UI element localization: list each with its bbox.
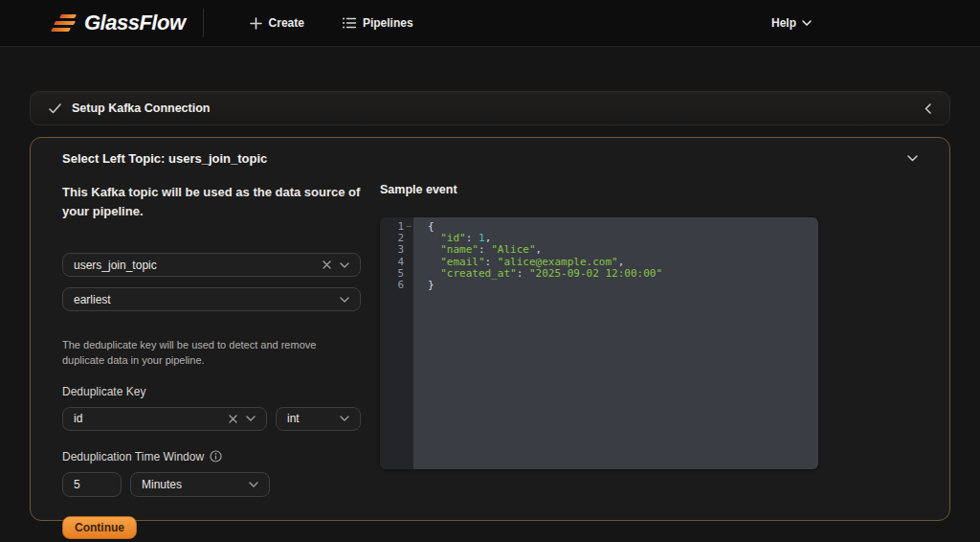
step-kafka-connection[interactable]: Setup Kafka Connection bbox=[30, 91, 950, 125]
chevron-down-icon[interactable] bbox=[246, 416, 256, 421]
main-nav: Create Pipelines bbox=[250, 16, 413, 30]
editor-line-number: 4 bbox=[380, 257, 413, 268]
nav-create-label: Create bbox=[269, 16, 304, 30]
dedup-type-select[interactable]: int bbox=[276, 407, 361, 431]
main-content: Setup Kafka Connection Select Left Topic… bbox=[0, 47, 980, 521]
header-divider bbox=[203, 9, 204, 37]
check-icon bbox=[49, 103, 61, 114]
fold-toggle-icon[interactable]: – bbox=[407, 220, 412, 232]
editor-code-line: "created_at": "2025-09-02 12:00:00" bbox=[428, 268, 818, 280]
chevron-down-icon[interactable] bbox=[340, 297, 349, 303]
clear-x-icon[interactable] bbox=[229, 415, 237, 423]
chevron-down-icon[interactable] bbox=[340, 416, 349, 421]
step-left-topic: Select Left Topic: users_join_topic This… bbox=[30, 137, 950, 521]
chevron-left-icon[interactable] bbox=[924, 103, 931, 114]
list-icon bbox=[343, 17, 356, 29]
nav-pipelines[interactable]: Pipelines bbox=[343, 16, 413, 30]
continue-button[interactable]: Continue bbox=[62, 516, 137, 539]
left-topic-body: This Kafka topic will be used as the dat… bbox=[62, 183, 918, 539]
chevron-down-icon[interactable] bbox=[249, 482, 258, 487]
dedup-key-select[interactable]: id bbox=[62, 407, 267, 431]
step-title: Select Left Topic: users_join_topic bbox=[62, 151, 267, 166]
dedup-key-label: Deduplicate Key bbox=[62, 385, 361, 398]
time-window-label: Deduplication Time Window bbox=[62, 450, 361, 463]
editor-line-number: 3 bbox=[380, 244, 413, 256]
brand[interactable]: GlassFlow bbox=[52, 11, 186, 35]
time-window-unit-select[interactable]: Minutes bbox=[130, 472, 270, 497]
chevron-down-icon[interactable] bbox=[907, 155, 918, 162]
dedup-key-row: id int bbox=[62, 407, 361, 431]
topic-description: This Kafka topic will be used as the dat… bbox=[62, 183, 361, 220]
dedup-key-value: id bbox=[74, 412, 82, 425]
plus-icon bbox=[250, 17, 262, 30]
clear-x-icon[interactable] bbox=[323, 260, 331, 269]
nav-pipelines-label: Pipelines bbox=[363, 16, 413, 30]
sample-event-editor[interactable]: 1–23456 { "id": 1, "name": "Alice", "ema… bbox=[380, 217, 818, 469]
time-window-input[interactable] bbox=[62, 472, 122, 497]
help-label: Help bbox=[771, 16, 796, 30]
form-column: This Kafka topic will be used as the dat… bbox=[62, 183, 361, 539]
offset-select-value: earliest bbox=[74, 293, 111, 306]
chevron-down-icon[interactable] bbox=[340, 262, 349, 268]
step-title: Setup Kafka Connection bbox=[72, 102, 914, 115]
chevron-down-icon bbox=[802, 20, 812, 26]
topic-select-value: users_join_topic bbox=[74, 259, 157, 272]
editor-lines[interactable]: { "id": 1, "name": "Alice", "email": "al… bbox=[413, 217, 818, 469]
nav-create[interactable]: Create bbox=[250, 16, 304, 30]
sample-event-label: Sample event bbox=[380, 183, 818, 196]
left-topic-header[interactable]: Select Left Topic: users_join_topic bbox=[62, 151, 918, 166]
brand-name: GlassFlow bbox=[84, 11, 186, 35]
app-header: GlassFlow Create Pipelines Help bbox=[0, 0, 980, 47]
offset-select[interactable]: earliest bbox=[62, 287, 361, 311]
info-icon[interactable] bbox=[210, 450, 222, 463]
topic-select[interactable]: users_join_topic bbox=[62, 253, 361, 277]
sample-event-column: Sample event 1–23456 { "id": 1, "name": … bbox=[380, 183, 818, 539]
editor-gutter: 1–23456 bbox=[380, 217, 413, 469]
dedup-description: The deduplicate key will be used to dete… bbox=[62, 338, 361, 369]
editor-line-number: 6 bbox=[380, 280, 413, 291]
glassflow-logo-icon bbox=[52, 13, 78, 34]
time-window-row: Minutes bbox=[62, 472, 361, 497]
dedup-type-value: int bbox=[287, 412, 300, 425]
editor-code-line: } bbox=[428, 280, 818, 291]
help-menu[interactable]: Help bbox=[771, 16, 812, 30]
time-window-unit-value: Minutes bbox=[142, 478, 182, 491]
